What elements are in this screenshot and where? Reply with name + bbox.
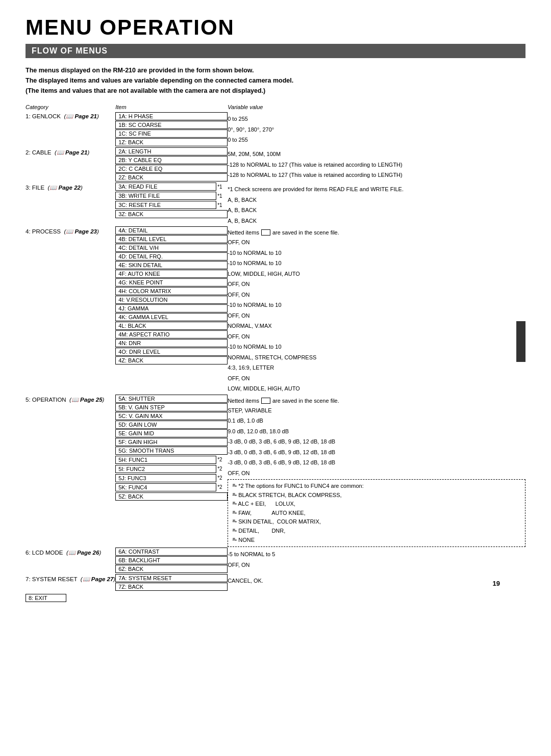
value-4j: OFF, ON <box>228 331 525 342</box>
file-note: *1 Check screens are provided for items … <box>228 184 525 195</box>
item-5b: 5B: V. GAIN STEP <box>115 403 228 411</box>
value-6b: OFF, ON <box>228 560 525 570</box>
category-cable: 2: CABLE (📖 Page 21) <box>26 148 89 156</box>
intro-line1: The menus displayed on the RM-210 are pr… <box>26 65 525 75</box>
value-5e: -3 dB, 0 dB, 3 dB, 6 dB, 9 dB, 12 dB, 18… <box>228 447 525 458</box>
section-exit: 8: EXIT <box>26 591 525 603</box>
item-3c: 3C: RESET FILE <box>115 201 216 209</box>
value-4f: OFF, ON <box>228 290 525 300</box>
page-title: MENU OPERATION <box>26 15 525 40</box>
value-4a: OFF, ON <box>228 237 525 248</box>
value-2a: 5M, 20M, 50M, 100M <box>228 149 525 160</box>
item-4a: 4A: DETAIL <box>115 226 228 234</box>
section-file: 3: FILE (📖 Page 22) 3A: READ FILE *1 3B:… <box>26 182 525 226</box>
item-1c: 1C: SC FINE <box>115 129 228 138</box>
item-6a: 6A: CONTRAST <box>115 548 228 556</box>
value-1a: 0 to 255 <box>228 114 525 124</box>
category-operation: 5: OPERATION (📖 Page 25) <box>26 395 104 403</box>
star-3b: *1 <box>217 193 228 199</box>
netted-box-2 <box>261 398 270 404</box>
netted-note-process: Netted items are saved in the scene file… <box>228 228 525 237</box>
section-header: FLOW OF MENUS <box>26 44 525 58</box>
star-3a: *1 <box>217 184 228 190</box>
value-4l: NORMAL, STRETCH, COMPRESS <box>228 352 525 363</box>
value-4o: LOW, MIDDLE, HIGH, AUTO <box>228 383 525 394</box>
item-4c: 4C: DETAIL V/H <box>115 244 228 252</box>
value-4m: 4:3, 16:9, LETTER <box>228 362 525 373</box>
item-1b: 1B: SC COARSE <box>115 121 228 129</box>
right-tab-marker <box>516 321 525 362</box>
value-5a: STEP, VARIABLE <box>228 405 525 416</box>
section-cable: 2: CABLE (📖 Page 21) 2A: LENGTH 2B: Y CA… <box>26 147 525 182</box>
item-4n: 4N: DNR <box>115 339 228 347</box>
func-note-box: ⥱ *2 The options for FUNC1 to FUNC4 are … <box>228 479 525 547</box>
item-5d: 5D: GAIN LOW <box>115 421 228 429</box>
star-5i: *2 <box>217 466 228 472</box>
item-5a: 5A: SHUTTER <box>115 395 228 403</box>
category-genlock: 1: GENLOCK (📖 Page 21) <box>26 112 99 120</box>
value-4c: -10 to NORMAL to 10 <box>228 258 525 269</box>
value-1c: 0 to 255 <box>228 135 525 145</box>
value-6a: -5 to NORMAL to 5 <box>228 549 525 560</box>
star-5j: *2 <box>217 475 228 481</box>
item-4d: 4D: DETAIL FRQ. <box>115 252 228 260</box>
item-4j: 4J: GAMMA <box>115 304 228 312</box>
value-4k: -10 to NORMAL to 10 <box>228 342 525 352</box>
func-note-line4: ⥱ FAW, AUTO KNEE, <box>232 510 305 516</box>
category-file: 3: FILE (📖 Page 22) <box>26 183 83 191</box>
item-4i: 4I: V.RESOLUTION <box>115 296 228 304</box>
item-4h: 4H: COLOR MATRIX <box>115 287 228 295</box>
item-5j: 5J: FUNC3 <box>115 474 216 482</box>
intro-line2: The displayed items and values are varia… <box>26 75 525 86</box>
intro-block: The menus displayed on the RM-210 are pr… <box>26 65 525 96</box>
star-5k: *2 <box>217 484 228 490</box>
item-5z: 5Z: BACK <box>115 492 228 501</box>
value-4i: NORMAL, V.MAX <box>228 321 525 331</box>
value-4g: -10 to NORMAL to 10 <box>228 300 525 310</box>
item-2z: 2Z: BACK <box>115 173 228 181</box>
value-4n: OFF, ON <box>228 373 525 384</box>
item-7a: 7A: SYSTEM RESET <box>115 574 228 582</box>
value-2c: -128 to NORMAL to 127 (This value is ret… <box>228 170 525 180</box>
item-3a: 3A: READ FILE <box>115 183 216 191</box>
item-2a: 2A: LENGTH <box>115 147 228 155</box>
item-4z: 4Z: BACK <box>115 356 228 364</box>
col-header-value: Variable value <box>228 104 525 112</box>
category-lcd: 6: LCD MODE (📖 Page 26) <box>26 548 101 556</box>
item-6z: 6Z: BACK <box>115 565 228 573</box>
value-3a: A, B, BACK <box>228 195 525 205</box>
item-5h: 5H: FUNC1 <box>115 456 216 464</box>
col-header-category: Category <box>26 104 115 112</box>
section-process: 4: PROCESS (📖 Page 23) 4A: DETAIL 4B: DE… <box>26 226 525 394</box>
item-2c: 2C: C CABLE EQ <box>115 165 228 173</box>
value-5g: OFF, ON <box>228 468 525 479</box>
value-4h: OFF, ON <box>228 310 525 321</box>
section-operation: 5: OPERATION (📖 Page 25) 5A: SHUTTER 5B:… <box>26 394 525 548</box>
page-number: 19 <box>493 580 500 587</box>
item-5i: 5I: FUNC2 <box>115 465 216 473</box>
value-3b: A, B, BACK <box>228 205 525 216</box>
value-1b: 0°, 90°, 180°, 270° <box>228 124 525 135</box>
value-4b: -10 to NORMAL to 10 <box>228 248 525 258</box>
netted-note-operation: Netted items are saved in the scene file… <box>228 396 525 405</box>
item-4l: 4L: BLACK <box>115 322 228 330</box>
section-lcd: 6: LCD MODE (📖 Page 26) 6A: CONTRAST 6B:… <box>26 547 525 573</box>
item-5e: 5E: GAIN MID <box>115 429 228 437</box>
item-8-exit: 8: EXIT <box>26 594 66 602</box>
item-5f: 5F: GAIN HIGH <box>115 438 228 446</box>
item-4f: 4F: AUTO KNEE <box>115 270 228 278</box>
item-4k: 4K: GAMMA LEVEL <box>115 313 228 321</box>
func-note-line6: ⥱ DETAIL, DNR, <box>232 528 285 534</box>
item-3z: 3Z: BACK <box>115 210 228 218</box>
func-note-line1: ⥱ *2 The options for FUNC1 to FUNC4 are … <box>232 483 364 489</box>
star-5h: *2 <box>217 457 228 462</box>
item-7z: 7Z: BACK <box>115 583 228 591</box>
netted-box <box>261 229 270 236</box>
value-3c: A, B, BACK <box>228 216 525 226</box>
item-5c: 5C: V. GAIN MAX <box>115 412 228 420</box>
value-4d: LOW, MIDDLE, HIGH, AUTO <box>228 269 525 279</box>
value-7a: CANCEL, OK. <box>228 576 525 586</box>
item-1z: 1Z: BACK <box>115 138 228 146</box>
item-4e: 4E: SKIN DETAIL <box>115 261 228 269</box>
value-5f: -3 dB, 0 dB, 3 dB, 6 dB, 9 dB, 12 dB, 18… <box>228 457 525 468</box>
